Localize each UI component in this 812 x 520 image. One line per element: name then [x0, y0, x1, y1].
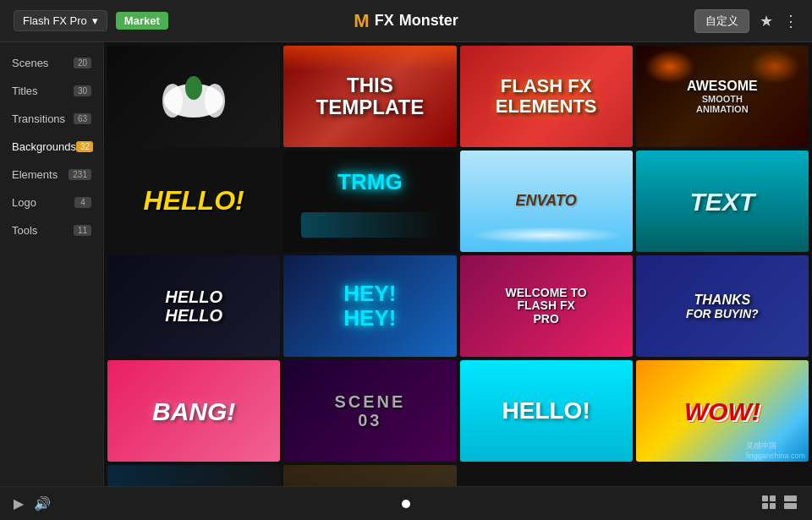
watermark: 灵感中国lingganchina.com — [746, 441, 805, 460]
svg-rect-4 — [762, 495, 768, 501]
sidebar-label-titles: Titles — [12, 85, 74, 97]
badge-titles: 30 — [74, 85, 91, 96]
sidebar-item-logo[interactable]: Logo 4 — [0, 189, 103, 216]
card-label-2: THIS TEMPLATE — [316, 74, 425, 119]
badge-transitions: 63 — [74, 113, 91, 124]
grid-item-5[interactable]: HELLO! — [107, 151, 280, 252]
svg-rect-5 — [770, 495, 776, 501]
card-label-13: BANG! — [152, 397, 235, 425]
logo-m-icon: M — [354, 10, 369, 32]
grid-item-13[interactable]: BANG! — [107, 360, 280, 462]
sidebar-label-tools: Tools — [12, 224, 74, 237]
card-label-3: FLASH FX ELEMENTS — [496, 76, 597, 117]
badge-tools: 11 — [74, 225, 91, 236]
header-right: 自定义 ★ ⋮ — [694, 9, 798, 33]
card-label-10: HEY! HEY! — [343, 282, 396, 330]
sidebar-label-elements: Elements — [12, 168, 69, 181]
more-options-button[interactable]: ⋮ — [783, 12, 798, 30]
playback-controls: ▶ 🔊 — [14, 495, 51, 512]
badge-scenes: 20 — [74, 57, 91, 68]
card-label-7: ENVATO — [516, 193, 577, 210]
badge-logo: 4 — [74, 197, 91, 208]
grid-item-6[interactable]: TRMG — [283, 151, 456, 252]
card-label-14: SCENE 03 — [326, 392, 413, 430]
logo: M FXMonster — [354, 10, 458, 32]
svg-point-1 — [162, 84, 183, 118]
grid-area: THIS TEMPLATE FLASH FX ELEMENTS AWESOME … — [104, 42, 812, 486]
grid-item-12[interactable]: Thanks for buyin? — [636, 255, 809, 357]
progress-dot — [402, 500, 410, 508]
grid-item-15[interactable]: HELLO! — [460, 360, 633, 462]
grid-item-3[interactable]: FLASH FX ELEMENTS — [460, 46, 633, 147]
chevron-down-icon: ▾ — [92, 14, 98, 27]
grid-item-1[interactable] — [107, 46, 280, 147]
svg-rect-6 — [762, 503, 768, 509]
bottom-bar: ▶ 🔊 — [0, 486, 812, 520]
product-label: Flash FX Pro — [23, 14, 87, 27]
badge-elements: 231 — [69, 169, 91, 180]
sidebar-item-tools[interactable]: Tools 11 — [0, 216, 103, 244]
audio-button[interactable]: 🔊 — [34, 495, 51, 512]
progress-indicator — [402, 500, 410, 508]
grid-item-4[interactable]: AWESOME SMOOTH ANIMATION — [636, 46, 809, 147]
logo-area: M FXMonster — [354, 10, 458, 32]
play-button[interactable]: ▶ — [14, 495, 24, 512]
sidebar-item-elements[interactable]: Elements 231 — [0, 161, 103, 189]
favorites-button[interactable]: ★ — [760, 12, 773, 30]
logo-monster: Monster — [399, 12, 458, 30]
product-selector[interactable]: Flash FX Pro ▾ — [14, 10, 107, 31]
card-label-5: HELLO! — [144, 186, 244, 216]
card-label-8: TEXT — [690, 188, 755, 216]
sidebar-item-titles[interactable]: Titles 30 — [0, 77, 103, 105]
card-label-11: WELCOME TO FLASH FX PRO — [503, 287, 590, 326]
grid-view-button[interactable] — [761, 495, 776, 513]
svg-point-2 — [205, 84, 225, 118]
grid-item-7[interactable]: ENVATO — [460, 151, 633, 252]
card-label-12: Thanks for buyin? — [686, 293, 759, 320]
main-area: Scenes 20 Titles 30 Transitions 63 Backg… — [0, 42, 812, 486]
grid-item-14[interactable]: SCENE 03 — [283, 360, 456, 462]
customize-button[interactable]: 自定义 — [694, 9, 749, 33]
sidebar-label-backgrounds: Backgrounds — [12, 140, 76, 153]
grid-item-11[interactable]: WELCOME TO FLASH FX PRO — [460, 255, 633, 357]
svg-rect-8 — [784, 495, 797, 501]
grid-item-9[interactable]: HELLO HELLO — [107, 255, 280, 357]
svg-point-3 — [185, 76, 202, 100]
logo-fx: FX — [375, 12, 394, 30]
sidebar-label-logo: Logo — [12, 196, 74, 209]
svg-rect-7 — [770, 503, 776, 509]
grid-item-17[interactable] — [107, 465, 280, 486]
sidebar-item-backgrounds[interactable]: Backgrounds 32 — [0, 133, 103, 161]
sidebar-label-scenes: Scenes — [12, 57, 74, 69]
grid-item-2[interactable]: THIS TEMPLATE — [283, 46, 456, 147]
grid-item-18[interactable] — [283, 465, 456, 486]
sidebar-label-transitions: Transitions — [12, 112, 74, 125]
grid-item-10[interactable]: HEY! HEY! — [283, 255, 456, 357]
card-label-9: HELLO HELLO — [165, 287, 222, 325]
view-controls — [761, 495, 798, 513]
sidebar: Scenes 20 Titles 30 Transitions 63 Backg… — [0, 42, 104, 486]
sidebar-item-transitions[interactable]: Transitions 63 — [0, 105, 103, 133]
sidebar-item-scenes[interactable]: Scenes 20 — [0, 49, 103, 77]
grid-item-16[interactable]: WOW! 灵感中国lingganchina.com — [636, 360, 809, 462]
card-label-15: HELLO! — [502, 398, 590, 424]
svg-rect-9 — [784, 503, 797, 509]
large-grid-view-button[interactable] — [783, 495, 798, 513]
market-badge[interactable]: Market — [116, 12, 168, 30]
card-label-16: WOW! — [684, 397, 760, 425]
grid-item-8[interactable]: TEXT — [636, 151, 809, 252]
header-left: Flash FX Pro ▾ Market — [14, 10, 168, 31]
badge-backgrounds: 32 — [76, 141, 93, 152]
header: Flash FX Pro ▾ Market M FXMonster 自定义 ★ … — [0, 0, 812, 42]
